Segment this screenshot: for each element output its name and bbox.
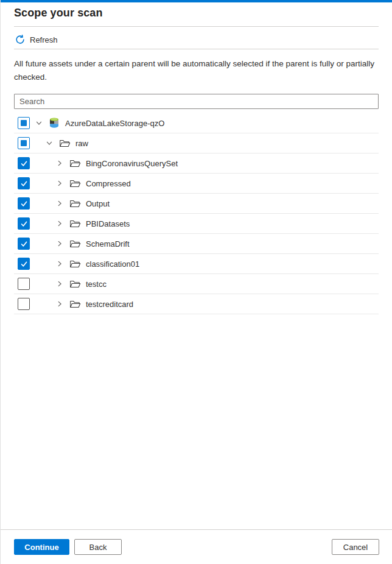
indent-spacer [30, 203, 55, 204]
chevron-right-icon[interactable] [55, 199, 64, 208]
page-title: Scope your scan [14, 7, 103, 19]
folder-icon [69, 217, 81, 230]
indent-spacer [30, 123, 35, 124]
tree-item-label: testcreditcard [86, 300, 133, 309]
indent-spacer [30, 284, 55, 284]
row-checkbox[interactable] [18, 137, 30, 149]
folder-icon [69, 238, 81, 250]
tree-item-label: PBIDatasets [86, 219, 130, 228]
row-checkbox[interactable] [18, 157, 30, 169]
scope-scan-panel: Scope your scan Refresh All future asset… [0, 0, 392, 564]
tree-item-label: Compressed [86, 179, 131, 188]
row-checkbox[interactable] [18, 298, 30, 310]
panel-accent-bar [1, 0, 392, 2]
refresh-button[interactable]: Refresh [15, 32, 58, 48]
row-checkbox[interactable] [18, 197, 30, 210]
cancel-button[interactable]: Cancel [332, 539, 379, 555]
folder-icon [69, 197, 81, 210]
indent-spacer [30, 244, 55, 244]
tree-item-label: raw [75, 139, 88, 148]
chevron-right-icon[interactable] [55, 179, 64, 188]
folder-icon [69, 258, 81, 270]
tree-row: testcc [14, 274, 379, 294]
chevron-right-icon[interactable] [55, 219, 64, 228]
chevron-right-icon[interactable] [55, 239, 64, 248]
tree-item-label: Output [86, 199, 110, 208]
tree-row: Compressed [14, 174, 379, 194]
row-checkbox[interactable] [18, 238, 30, 250]
folder-icon [69, 157, 81, 169]
asset-tree: AzureDataLakeStorage-qzO raw BingCoronav… [14, 113, 379, 314]
folder-icon [69, 177, 81, 189]
chevron-right-icon[interactable] [55, 280, 64, 288]
indent-spacer [30, 163, 55, 164]
row-checkbox[interactable] [18, 117, 30, 129]
tree-row: raw [14, 133, 379, 153]
folder-icon [69, 298, 81, 310]
indent-spacer [30, 304, 55, 305]
indent-spacer [30, 224, 55, 224]
tree-item-label: AzureDataLakeStorage-qzO [65, 119, 164, 128]
folder-icon [69, 278, 81, 290]
tree-row: testcreditcard [14, 294, 379, 314]
footer: Continue Back Cancel [1, 530, 392, 564]
chevron-right-icon[interactable] [55, 259, 64, 268]
chevron-down-icon[interactable] [35, 119, 43, 127]
tree-row: AzureDataLakeStorage-qzO [14, 113, 379, 133]
tree-row: SchemaDrift [14, 234, 379, 254]
indent-spacer [30, 264, 55, 264]
tree-row: BingCoronavirusQuerySet [14, 153, 379, 174]
tree-item-label: BingCoronavirusQuerySet [86, 159, 178, 168]
tree-row: classification01 [14, 254, 379, 274]
toolbar-divider [14, 49, 379, 49]
tree-item-label: classification01 [86, 259, 139, 269]
row-checkbox[interactable] [18, 278, 30, 290]
folder-icon [58, 137, 71, 149]
search-input[interactable] [14, 94, 379, 109]
chevron-right-icon[interactable] [55, 300, 64, 308]
back-button[interactable]: Back [74, 539, 122, 555]
tree-row: Output [14, 194, 379, 214]
tree-item-label: SchemaDrift [86, 239, 130, 249]
refresh-icon [15, 35, 25, 44]
tree-row: PBIDatasets [14, 214, 379, 234]
refresh-label: Refresh [30, 35, 58, 44]
continue-button[interactable]: Continue [14, 539, 69, 555]
chevron-right-icon[interactable] [55, 159, 64, 167]
chevron-down-icon[interactable] [45, 139, 54, 147]
row-checkbox[interactable] [18, 177, 30, 189]
tree-item-label: testcc [86, 280, 107, 289]
row-checkbox[interactable] [18, 217, 30, 230]
description-text: All future assets under a certain parent… [14, 57, 376, 84]
title-divider [14, 26, 379, 27]
row-checkbox[interactable] [18, 258, 30, 270]
indent-spacer [30, 183, 55, 184]
indent-spacer [30, 143, 45, 144]
data-lake-storage-icon [48, 117, 60, 129]
